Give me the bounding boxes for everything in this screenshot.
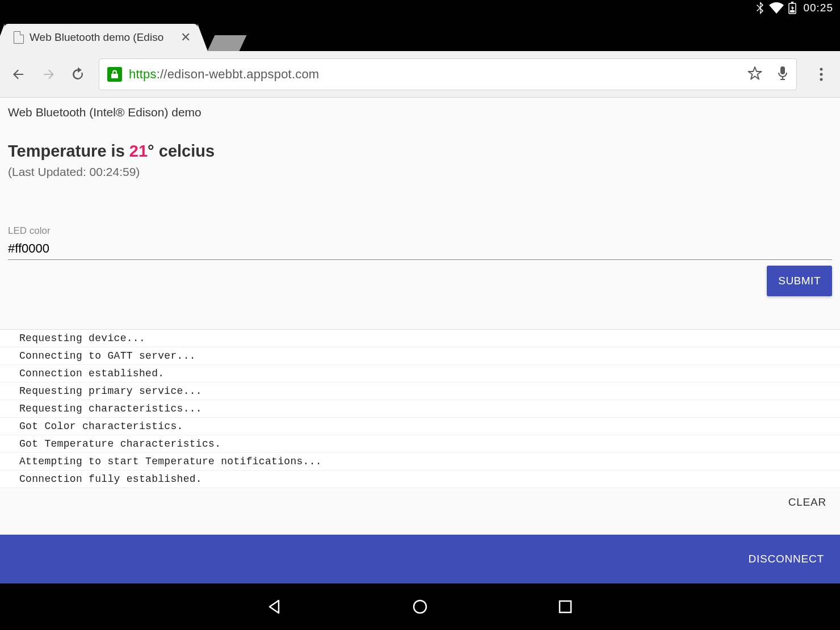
footer-action-bar: DISCONNECT xyxy=(0,535,840,583)
android-status-bar: 00:25 xyxy=(0,0,840,16)
nav-home-icon[interactable] xyxy=(410,597,430,617)
clear-button[interactable]: CLEAR xyxy=(788,496,826,509)
svg-point-7 xyxy=(820,68,823,70)
log-line: Connecting to GATT server... xyxy=(0,347,840,365)
svg-rect-3 xyxy=(111,74,118,78)
svg-point-9 xyxy=(820,78,823,81)
new-tab-button[interactable] xyxy=(207,35,246,51)
close-tab-icon[interactable]: ✕ xyxy=(180,31,191,44)
bluetooth-icon xyxy=(755,2,765,14)
svg-rect-11 xyxy=(560,601,571,612)
reload-button[interactable] xyxy=(69,66,86,83)
forward-button[interactable] xyxy=(40,66,57,83)
wifi-icon xyxy=(769,2,784,14)
log-line: Got Temperature characteristics. xyxy=(0,435,840,453)
svg-point-10 xyxy=(414,600,426,613)
tab-title: Web Bluetooth demo (Ediso xyxy=(30,31,175,44)
log-line: Requesting primary service... xyxy=(0,383,840,400)
svg-rect-1 xyxy=(791,2,793,3)
nav-recents-icon[interactable] xyxy=(555,597,576,617)
browser-menu-button[interactable] xyxy=(813,66,830,83)
led-color-input[interactable] xyxy=(8,240,832,260)
address-bar[interactable]: https://edison-webbt.appspot.com xyxy=(99,58,797,90)
log-line: Got Color characteristics. xyxy=(0,418,840,435)
page-content: Web Bluetooth (Intel® Edison) demo Tempe… xyxy=(0,98,840,535)
back-button[interactable] xyxy=(10,66,27,83)
svg-rect-2 xyxy=(790,10,795,12)
last-updated-text: (Last Updated: 00:24:59) xyxy=(8,165,832,179)
browser-toolbar: https://edison-webbt.appspot.com xyxy=(0,51,840,98)
svg-rect-4 xyxy=(780,66,785,74)
active-tab[interactable]: Web Bluetooth demo (Ediso ✕ xyxy=(5,24,198,51)
submit-button[interactable]: SUBMIT xyxy=(767,266,832,296)
voice-mic-icon[interactable] xyxy=(777,66,788,83)
svg-point-8 xyxy=(820,73,823,75)
log-line: Attempting to start Temperature notifica… xyxy=(0,453,840,471)
log-line: Requesting characteristics... xyxy=(0,400,840,418)
log-line: Connection fully established. xyxy=(0,471,840,488)
temp-prefix: Temperature is xyxy=(8,142,129,160)
disconnect-button[interactable]: DISCONNECT xyxy=(748,553,824,565)
temperature-heading: Temperature is 21° celcius xyxy=(8,142,832,161)
log-output: Requesting device...Connecting to GATT s… xyxy=(0,329,840,515)
nav-back-icon[interactable] xyxy=(264,597,285,617)
android-nav-bar xyxy=(0,583,840,630)
status-time: 00:25 xyxy=(803,2,833,14)
log-line: Connection established. xyxy=(0,365,840,383)
battery-icon xyxy=(788,2,796,14)
led-color-label: LED color xyxy=(8,225,832,237)
tab-strip: Web Bluetooth demo (Ediso ✕ xyxy=(0,16,840,51)
page-favicon-icon xyxy=(14,31,24,44)
secure-lock-icon xyxy=(107,67,122,82)
url-text: https://edison-webbt.appspot.com xyxy=(129,67,319,82)
temp-suffix: ° celcius xyxy=(148,142,215,160)
log-line: Requesting device... xyxy=(0,330,840,347)
temperature-value: 21 xyxy=(129,142,148,160)
bookmark-star-icon[interactable] xyxy=(747,66,762,83)
page-subtitle: Web Bluetooth (Intel® Edison) demo xyxy=(8,106,832,119)
